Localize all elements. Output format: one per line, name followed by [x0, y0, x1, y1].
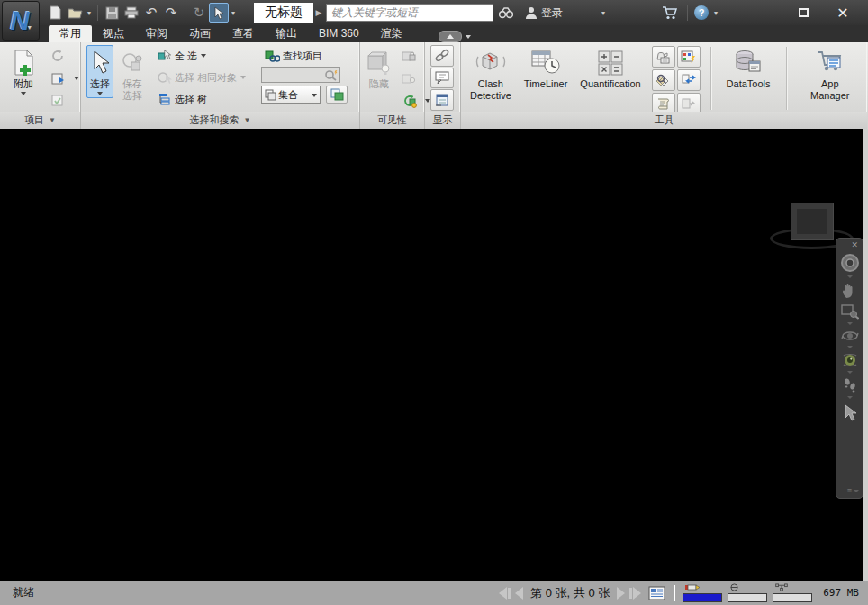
disk-progress — [728, 583, 769, 603]
animator-button[interactable] — [652, 46, 675, 68]
sign-in-dropdown-button[interactable]: ▾ — [599, 3, 608, 23]
app-manager-button[interactable]: App Manager — [795, 45, 864, 104]
look-dropdown-icon[interactable] — [847, 371, 853, 374]
find-items-button[interactable]: 查找项目 — [261, 45, 355, 67]
close-button[interactable]: ✕ — [823, 2, 863, 23]
orbit-button[interactable] — [841, 329, 859, 348]
zoom-window-button[interactable] — [841, 303, 859, 325]
sheet-browser-icon — [648, 586, 665, 600]
find-items-icon — [265, 49, 280, 63]
file-options-button[interactable] — [46, 68, 80, 89]
first-sheet-button[interactable] — [499, 587, 511, 600]
help-dropdown-button[interactable]: ▾ — [711, 3, 720, 23]
appearance-profiler-icon — [681, 50, 696, 64]
panel-label-project[interactable]: 项目 ▼ — [0, 112, 80, 129]
tab-review[interactable]: 审阅 — [135, 25, 178, 42]
appearance-profiler-button[interactable] — [677, 46, 701, 68]
new-file-button[interactable] — [45, 3, 65, 23]
profiler-search-icon — [656, 74, 671, 87]
sheet-browser-button[interactable] — [648, 586, 665, 600]
save-selection-button[interactable]: 保存 选择 — [117, 45, 148, 104]
compare-button[interactable] — [677, 69, 701, 91]
save-button[interactable] — [102, 3, 122, 23]
select-all-button[interactable]: 全 选 — [153, 45, 258, 67]
ribbon-minimize-button[interactable] — [439, 31, 462, 42]
select-same-icon — [157, 70, 172, 85]
app-store-button[interactable] — [660, 3, 680, 23]
steering-wheel-button[interactable] — [840, 253, 860, 278]
search-input[interactable] — [326, 4, 493, 22]
selection-tree-label: 选择 树 — [175, 93, 207, 106]
navbar-select-button[interactable] — [843, 404, 857, 422]
walk-button[interactable] — [842, 377, 858, 399]
print-button[interactable] — [122, 3, 141, 23]
search-button[interactable] — [496, 3, 516, 23]
ribbon-minimize-dropdown[interactable] — [466, 35, 471, 39]
tab-render[interactable]: 渲染 — [370, 25, 413, 42]
minimize-button[interactable]: — — [744, 2, 783, 23]
steering-wheel-dropdown-icon[interactable] — [847, 275, 853, 278]
datatools-button[interactable]: DataTools — [720, 45, 777, 93]
hide-label: 隐藏 — [369, 78, 389, 90]
quick-find-input[interactable] — [261, 67, 340, 83]
infocenter-expand-button[interactable]: ▶ — [313, 3, 324, 23]
refresh-button[interactable]: ↻ — [189, 3, 209, 23]
require-button[interactable] — [397, 45, 420, 67]
hide-button[interactable]: 隐藏 — [363, 45, 395, 93]
navbar-customize-button[interactable]: ≡ — [847, 486, 863, 495]
tab-animation[interactable]: 动画 — [178, 25, 222, 42]
pan-button[interactable] — [841, 282, 859, 300]
sets-dropdown[interactable]: 集合 — [261, 86, 321, 104]
navbar-close-icon[interactable]: ✕ — [846, 239, 863, 249]
reset-document-icon — [50, 94, 65, 107]
panel-label-select-search[interactable]: 选择和搜索 ▼ — [81, 112, 359, 129]
animator-icon — [656, 50, 671, 64]
links-button[interactable] — [430, 45, 454, 67]
quantification-label: Quantification — [580, 78, 640, 90]
tools-separator — [786, 47, 787, 110]
append-button[interactable]: 附加 — [8, 45, 39, 98]
sign-in-button[interactable]: 登录 — [525, 5, 563, 21]
select-button[interactable]: 选择 — [86, 45, 113, 98]
hide-unselected-icon — [402, 72, 416, 86]
tab-bim360[interactable]: BIM 360 — [308, 25, 370, 42]
help-button[interactable]: ? — [692, 3, 711, 23]
selection-tree-button[interactable]: 选择 树 — [153, 88, 258, 110]
quick-properties-icon — [435, 71, 449, 85]
toolbar-overflow-button[interactable]: ▾ — [229, 3, 238, 23]
redo-button[interactable]: ↷ — [161, 3, 181, 23]
select-tool-button[interactable] — [209, 3, 229, 23]
select-same-button[interactable]: 选择 相同对象 — [153, 67, 258, 88]
panel-tools: Clash Detective TimeLiner Quantification — [461, 42, 867, 129]
open-dropdown-button[interactable]: ▾ — [85, 3, 94, 23]
walk-dropdown-icon[interactable] — [847, 396, 853, 399]
undo-button[interactable]: ↶ — [141, 3, 161, 23]
zoom-dropdown-icon[interactable] — [847, 322, 853, 325]
orbit-dropdown-icon[interactable] — [847, 346, 853, 348]
previous-sheet-button[interactable] — [515, 587, 523, 600]
reset-all-button[interactable] — [46, 89, 69, 111]
timeliner-button[interactable]: TimeLiner — [518, 45, 574, 93]
viewcube-cube[interactable] — [791, 203, 834, 240]
toolbar-separator — [185, 5, 185, 21]
scripter-find-button[interactable] — [652, 69, 675, 91]
next-sheet-button[interactable] — [617, 587, 625, 600]
properties-button[interactable] — [430, 89, 454, 111]
quick-properties-button[interactable] — [430, 68, 454, 89]
tab-view[interactable]: 查看 — [222, 25, 265, 42]
orbit-icon — [841, 329, 859, 343]
last-sheet-button[interactable] — [628, 587, 641, 600]
tab-output[interactable]: 输出 — [265, 25, 308, 42]
model-viewport[interactable]: ✕ ≡ — [0, 129, 868, 581]
quantification-button[interactable]: Quantification — [574, 45, 646, 93]
clash-detective-button[interactable]: Clash Detective — [464, 45, 518, 104]
tab-home[interactable]: 常用 — [49, 25, 92, 42]
tab-viewpoint[interactable]: 视点 — [92, 25, 135, 42]
refresh-model-button[interactable] — [46, 45, 69, 67]
manage-sets-button[interactable] — [326, 86, 348, 104]
application-menu-button[interactable]: N ▾ — [2, 1, 40, 41]
look-around-button[interactable] — [841, 352, 859, 374]
open-file-button[interactable] — [65, 3, 85, 23]
hide-unselected-button[interactable] — [397, 68, 420, 89]
maximize-button[interactable] — [783, 2, 823, 23]
